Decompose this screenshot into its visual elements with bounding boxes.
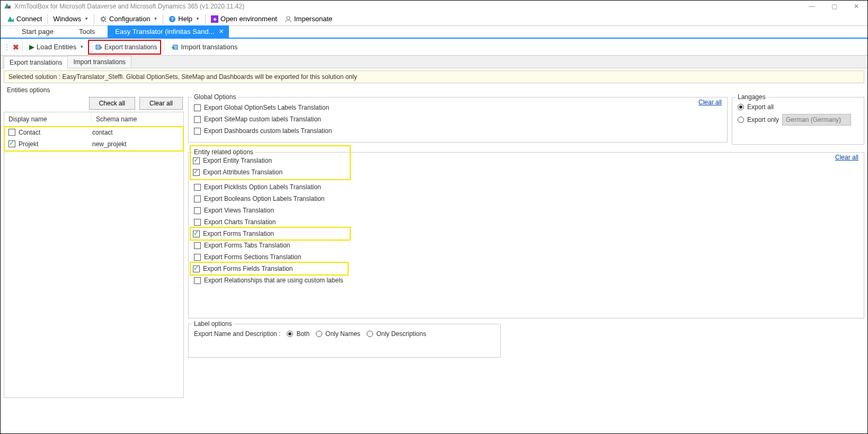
checkbox[interactable] xyxy=(194,277,201,284)
entity-related-legend: Entity related options xyxy=(192,148,255,156)
checkbox-projekt[interactable] xyxy=(8,140,15,147)
option-picklists[interactable]: Export Picklists Option Labels Translati… xyxy=(194,181,858,193)
open-environment-menu[interactable]: ◈ Open environment xyxy=(208,14,280,24)
radio-export-all[interactable]: Export all xyxy=(738,102,858,112)
radio-icon[interactable] xyxy=(316,331,322,337)
checkbox[interactable] xyxy=(194,207,201,214)
clear-all-global-link[interactable]: Clear all xyxy=(698,99,722,106)
configuration-menu[interactable]: Configuration ▼ xyxy=(96,14,161,24)
load-entities-button[interactable]: ▶ Load Entities ▼ xyxy=(26,41,87,52)
checkbox-contact[interactable] xyxy=(8,129,15,136)
tab-easy-translator[interactable]: Easy Translator (infinitas Sand... ✕ xyxy=(108,25,228,38)
label-options-prompt: Export Name and Description : xyxy=(194,330,280,338)
option-label: Export Relationships that are using cust… xyxy=(204,277,343,284)
checkbox[interactable] xyxy=(194,196,201,202)
help-menu[interactable]: ? Help ▼ xyxy=(165,14,203,24)
checkbox[interactable] xyxy=(194,116,201,123)
radio-icon[interactable] xyxy=(738,117,744,123)
toolbar-separator xyxy=(92,42,93,52)
sub-tabs: Export translations Import translations xyxy=(1,56,867,68)
entity-row-projekt[interactable]: Projekt new_projekt xyxy=(5,139,183,150)
app-logo-icon xyxy=(4,2,11,11)
checkbox[interactable] xyxy=(193,169,200,176)
export-translations-button-highlighted[interactable]: Export translations xyxy=(88,40,161,55)
language-select[interactable] xyxy=(782,114,851,126)
option-charts[interactable]: Export Charts Translation xyxy=(194,216,858,228)
header-schema-name[interactable]: Schema name xyxy=(92,112,183,126)
option-label: Export Booleans Option Labels Translatio… xyxy=(204,195,324,202)
radio-icon[interactable] xyxy=(287,331,293,337)
option-forms-translation[interactable]: Export Forms Translation xyxy=(193,228,348,240)
entity-row-contact[interactable]: Contact contact xyxy=(5,127,183,139)
radio-label: Only Names xyxy=(325,330,360,338)
radio-only-names[interactable]: Only Names xyxy=(316,329,360,339)
option-label: Export Forms Translation xyxy=(203,230,274,237)
checkbox[interactable] xyxy=(194,104,201,111)
checkbox[interactable] xyxy=(194,242,201,249)
menu-separator xyxy=(205,14,206,24)
option-label: Export Forms Sections Translation xyxy=(204,253,301,261)
chevron-down-icon: ▼ xyxy=(153,16,157,21)
option-forms-tabs[interactable]: Export Forms Tabs Translation xyxy=(194,240,858,251)
radio-icon[interactable] xyxy=(367,331,373,337)
option-forms-sections[interactable]: Export Forms Sections Translation xyxy=(194,251,858,263)
radio-both[interactable]: Both xyxy=(287,329,309,339)
option-dashboards[interactable]: Export Dashboards custom labels Translat… xyxy=(194,125,722,137)
entity-schema: new_projekt xyxy=(92,140,183,149)
checkbox[interactable] xyxy=(194,128,201,135)
close-tab-icon[interactable]: ✕ xyxy=(219,28,224,35)
entity-display: Projekt xyxy=(19,140,92,149)
load-entities-label: Load Entities xyxy=(37,43,76,51)
option-label: Export Dashboards custom labels Translat… xyxy=(204,127,332,135)
export-translations-label: Export translations xyxy=(104,43,157,51)
clear-all-entities-button[interactable]: Clear all xyxy=(139,97,183,110)
option-relationships[interactable]: Export Relationships that are using cust… xyxy=(194,274,858,286)
option-booleans[interactable]: Export Booleans Option Labels Translatio… xyxy=(194,193,858,205)
tab-active-label: Easy Translator (infinitas Sand... xyxy=(115,28,214,36)
header-display-name[interactable]: Display name xyxy=(4,112,92,126)
window-minimize-button[interactable]: — xyxy=(808,3,816,10)
checkbox[interactable] xyxy=(193,265,200,272)
import-translations-button[interactable]: Import translations xyxy=(168,41,241,52)
clear-all-entity-related-link[interactable]: Clear all xyxy=(835,154,858,161)
checkbox[interactable] xyxy=(193,231,200,237)
option-sitemap[interactable]: Export SiteMap custom labels Translation xyxy=(194,113,722,125)
entity-schema: contact xyxy=(92,129,183,137)
import-icon xyxy=(171,43,179,51)
option-global-optionsets[interactable]: Export Global OptionSets Labels Translat… xyxy=(194,102,722,113)
subtab-export-translations[interactable]: Export translations xyxy=(4,56,68,68)
checkbox[interactable] xyxy=(194,254,201,261)
radio-only-descriptions[interactable]: Only Descriptions xyxy=(367,329,426,339)
highlight-box-forms: Export Forms Translation xyxy=(191,228,350,240)
window-maximize-button[interactable]: ▢ xyxy=(830,3,838,10)
languages-fieldset: Langages Export all Export only xyxy=(732,97,864,145)
windows-menu[interactable]: Windows ▼ xyxy=(50,14,92,24)
window-title-bar: XrmToolBox for Microsoft Dataverse and M… xyxy=(1,1,867,12)
option-entity-translation[interactable]: Export Entity Translation xyxy=(193,155,348,166)
window-close-button[interactable]: ✕ xyxy=(853,3,860,10)
impersonate-menu[interactable]: Impersonate xyxy=(281,14,335,24)
play-icon: ▶ xyxy=(29,43,34,51)
option-forms-fields[interactable]: Export Forms Fields Translation xyxy=(193,263,346,274)
impersonate-label: Impersonate xyxy=(294,15,332,23)
option-label: Export Picklists Option Labels Translati… xyxy=(204,183,321,191)
entity-list[interactable]: Display name Schema name Contact contact… xyxy=(4,112,184,398)
checkbox[interactable] xyxy=(194,219,201,226)
global-options-legend: Global Options xyxy=(192,93,238,101)
check-all-button[interactable]: Check all xyxy=(89,97,135,110)
radio-icon[interactable] xyxy=(738,104,744,110)
entity-list-header: Display name Schema name xyxy=(4,112,183,127)
close-plugin-icon[interactable]: ✖ xyxy=(13,43,19,51)
options-panel: Global Options Clear all Export Global O… xyxy=(188,95,864,398)
checkbox[interactable] xyxy=(193,157,200,164)
connect-menu[interactable]: Connect xyxy=(4,14,45,24)
tab-start-page[interactable]: Start page xyxy=(9,25,66,38)
svg-rect-4 xyxy=(96,45,100,49)
tab-tools[interactable]: Tools xyxy=(66,25,108,38)
radio-label: Only Descriptions xyxy=(376,330,426,338)
option-attributes-translation[interactable]: Export Attributes Translation xyxy=(193,166,348,178)
subtab-import-translations[interactable]: Import translations xyxy=(67,56,131,68)
radio-export-only[interactable]: Export only xyxy=(738,112,858,127)
checkbox[interactable] xyxy=(194,184,201,191)
option-views[interactable]: Export Views Translation xyxy=(194,205,858,216)
